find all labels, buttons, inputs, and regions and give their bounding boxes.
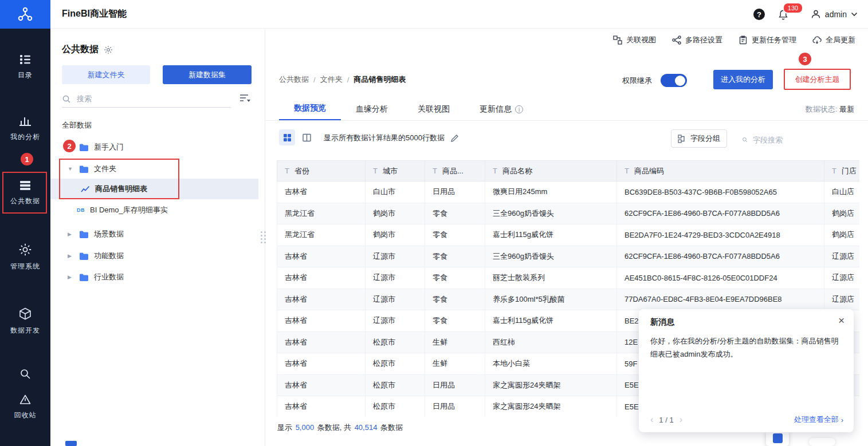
tree-item-label: 文件夹	[94, 164, 116, 174]
table-cell: 松原市	[366, 374, 425, 396]
enter-my-analysis-button[interactable]: 进入我的分析	[713, 70, 773, 89]
table-cell: 家之寓圆形24夹晒架	[485, 374, 617, 396]
row-count-summary: 显示 5,000 条数据, 共 40,514 条数据	[277, 423, 403, 433]
folder-icon	[79, 165, 89, 173]
update-task-manager-button[interactable]: 更新任务管理	[739, 35, 796, 45]
new-dataset-button[interactable]: 新建数据集	[163, 65, 252, 84]
table-cell: 62CF9CFA-1E86-4960-B7CA-F077A8BDD5A6	[617, 246, 824, 267]
column-header-product-code[interactable]: T商品编码	[617, 161, 824, 181]
toggle-knob	[675, 76, 685, 86]
multi-path-settings-button[interactable]: 多路径设置	[672, 35, 722, 45]
expand-icon[interactable]: ▶	[68, 253, 75, 259]
edit-pencil-icon[interactable]	[450, 134, 459, 143]
expand-icon[interactable]: ▶	[68, 274, 75, 280]
panel-settings-gear-icon[interactable]	[104, 45, 113, 54]
floating-widget-cutoff-2[interactable]	[809, 438, 835, 446]
column-view-button[interactable]	[299, 129, 315, 145]
column-header-product-name[interactable]: T商品名称	[485, 161, 617, 181]
table-cell: 松原市	[366, 353, 425, 375]
table-cell: BC639DE8-B503-437C-9B6B-F0B598052A65	[617, 181, 824, 203]
folder-icon	[79, 273, 89, 282]
tab-data-preview[interactable]: 数据预览	[279, 97, 341, 121]
summary-text: 条数据, 共	[315, 423, 353, 432]
table-row[interactable]: 吉林省白山市日用品微爽日用245mmBC639DE8-B503-437C-9B6…	[277, 181, 860, 203]
breadcrumb-separator: /	[313, 76, 316, 84]
finebi-logo[interactable]	[0, 0, 50, 29]
user-menu[interactable]: admin	[811, 9, 858, 19]
table-cell: 白山店	[824, 181, 860, 203]
info-icon[interactable]: i	[515, 105, 523, 113]
column-header-category[interactable]: T商品...	[425, 161, 485, 181]
table-cell: 吉林省	[277, 310, 366, 332]
panel-search-input[interactable]	[77, 94, 231, 103]
tree-dataset-sales-detail[interactable]: 商品销售明细表	[50, 179, 258, 199]
grid-view-button[interactable]	[279, 129, 295, 145]
new-folder-button[interactable]: 新建文件夹	[62, 65, 150, 84]
table-row[interactable]: 黑龙江省鹤岗市零食嘉士利115g威化饼BE2DA7F0-1E24-4729-BE…	[277, 224, 860, 246]
floating-widget-cutoff-3[interactable]	[65, 441, 77, 446]
field-group-button[interactable]: 字段分组	[671, 129, 727, 148]
data-status-value: 最新	[839, 105, 854, 113]
table-cell: 松原市	[366, 396, 425, 417]
notifications-button[interactable]: 130	[777, 9, 789, 22]
panel-resize-handle[interactable]	[261, 231, 266, 243]
column-header-store[interactable]: T门店	[824, 161, 860, 181]
table-cell: 三全960g奶香馒头	[485, 203, 617, 224]
close-icon[interactable]: ×	[838, 315, 845, 326]
tree-folder-function-data[interactable]: ▶ 功能数据	[50, 246, 258, 266]
table-cell: 日用品	[425, 396, 485, 417]
sidebar-item-recycle-bin[interactable]: 回收站	[0, 394, 50, 420]
app-header: FineBI商业智能 ? 130 admin	[50, 0, 868, 29]
table-row[interactable]: 吉林省辽源市零食三全960g奶香馒头62CF9CFA-1E86-4960-B7C…	[277, 246, 860, 267]
sidebar-item-tool[interactable]	[0, 368, 50, 380]
toolbar-link-label: 全局更新	[826, 35, 855, 45]
collapse-icon[interactable]: ▼	[68, 166, 75, 172]
expand-icon[interactable]: ▶	[68, 231, 75, 237]
tree-folder-wenjianjia[interactable]: ▼ 文件夹	[50, 159, 258, 179]
next-page-icon[interactable]: ›	[680, 415, 682, 425]
prev-page-icon[interactable]: ‹	[650, 415, 653, 425]
column-header-province[interactable]: T省份	[277, 161, 366, 181]
analysis-chart-icon	[19, 116, 32, 127]
sidebar-item-my-analysis[interactable]: 我的分析	[0, 116, 50, 142]
breadcrumb-folder[interactable]: 文件夹	[320, 74, 343, 85]
tree-dataset-bi-demo[interactable]: DB BI Demo_库存明细事实	[50, 200, 258, 220]
create-analysis-theme-button[interactable]: 创建分析主题	[784, 69, 851, 90]
tab-label: 关联视图	[418, 104, 450, 115]
floating-widget-cutoff[interactable]	[766, 431, 789, 446]
text-type-icon: T	[832, 167, 836, 175]
sidebar-item-directory[interactable]: 目录	[0, 54, 50, 80]
tab-linked-view[interactable]: 关联视图	[403, 97, 465, 121]
view-all-link[interactable]: 处理查看全部 ›	[794, 415, 843, 425]
global-update-button[interactable]: 全局更新	[812, 35, 855, 45]
sidebar-item-label: 管理系统	[0, 262, 50, 271]
permission-toggle[interactable]	[661, 74, 687, 87]
sidebar-item-label: 目录	[0, 70, 50, 80]
table-row[interactable]: 吉林省辽源市零食丽芝士散装系列AE451BC0-8615-4F8C-8126-0…	[277, 267, 860, 289]
filter-icon	[239, 93, 251, 103]
tree-folder-scene-data[interactable]: ▶ 场景数据	[50, 224, 258, 244]
table-cell: 三全960g奶香馒头	[485, 246, 617, 267]
tree-folder-industry-data[interactable]: ▶ 行业数据	[50, 267, 258, 287]
tree-folder-getting-started[interactable]: ▶ 新手入门	[50, 137, 258, 157]
text-type-icon: T	[373, 167, 378, 175]
tree-filter-button[interactable]	[239, 93, 251, 105]
tab-lineage-analysis[interactable]: 血缘分析	[341, 97, 403, 121]
table-cell: 嘉士利115g威化饼	[485, 310, 617, 332]
help-icon[interactable]: ?	[753, 9, 765, 20]
linked-view-button[interactable]: 关联视图	[613, 35, 656, 45]
breadcrumb-public-data[interactable]: 公共数据	[279, 74, 309, 85]
public-data-icon	[19, 180, 32, 191]
expand-icon[interactable]: ▶	[68, 144, 75, 150]
column-header-city[interactable]: T城市	[366, 161, 425, 181]
table-row[interactable]: 黑龙江省鹤岗市零食三全960g奶香馒头62CF9CFA-1E86-4960-B7…	[277, 203, 860, 224]
tab-update-info[interactable]: 更新信息i	[465, 97, 538, 121]
table-row[interactable]: 吉林省辽源市零食养乐多100ml*5乳酸菌77DA67A0-ED8C-4FB3-…	[277, 289, 860, 310]
sidebar-item-public-data[interactable]: 公共数据	[0, 180, 50, 206]
field-search-input[interactable]	[753, 136, 854, 144]
sidebar-item-data-dev[interactable]: 数据开发	[0, 307, 50, 336]
arrow-right-icon: ›	[841, 416, 843, 424]
table-cell: 零食	[425, 289, 485, 310]
tree-root-all-data[interactable]: 全部数据	[62, 120, 92, 131]
sidebar-item-admin-system[interactable]: 管理系统	[0, 243, 50, 271]
